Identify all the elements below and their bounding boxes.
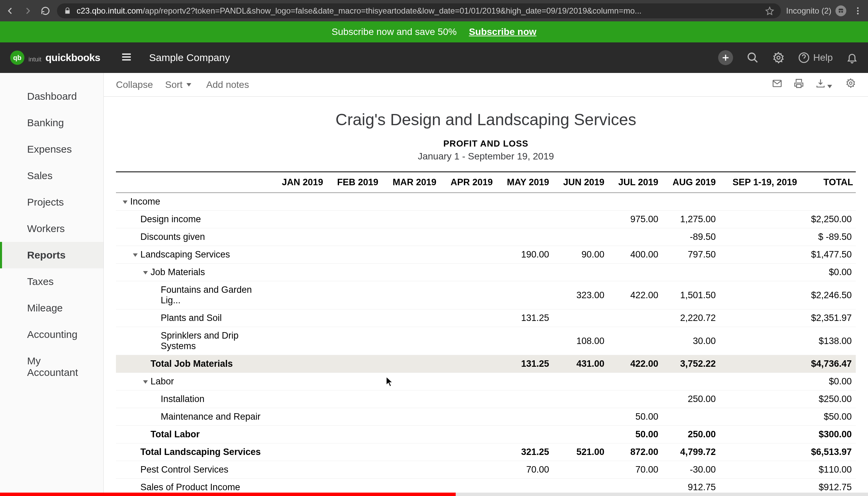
print-icon[interactable] xyxy=(793,78,804,91)
cell-value[interactable]: $2,246.50 xyxy=(801,281,856,309)
sidebar-item-banking[interactable]: Banking xyxy=(0,110,103,136)
cell-value[interactable]: 872.00 xyxy=(608,444,662,461)
table-row[interactable]: Sprinklers and Drip Systems108.0030.00$1… xyxy=(116,327,856,355)
cell-value[interactable]: $ -89.50 xyxy=(801,228,856,246)
menu-toggle-button[interactable] xyxy=(121,51,132,64)
table-row[interactable]: Design income975.001,275.00$2,250.00 xyxy=(116,211,856,228)
collapse-button[interactable]: Collapse xyxy=(116,79,153,90)
cell-value[interactable]: 4,799.72 xyxy=(662,444,720,461)
reload-button[interactable] xyxy=(39,5,51,17)
cell-value[interactable]: 250.00 xyxy=(662,390,720,408)
table-row[interactable]: Income xyxy=(116,193,856,211)
cell-value[interactable]: 70.00 xyxy=(608,461,662,479)
row-label[interactable]: Total Labor xyxy=(116,426,272,444)
expand-caret-icon[interactable] xyxy=(143,380,148,384)
cell-value[interactable]: $250.00 xyxy=(801,390,856,408)
cell-value[interactable]: 190.00 xyxy=(497,246,553,264)
browser-menu-button[interactable] xyxy=(852,5,864,17)
table-row[interactable]: Plants and Soil131.252,220.72$2,351.97 xyxy=(116,309,856,327)
cell-value[interactable]: $0.00 xyxy=(801,373,856,390)
cell-value[interactable]: 1,275.00 xyxy=(662,211,720,228)
row-label[interactable]: Sprinklers and Drip Systems xyxy=(116,327,272,355)
cell-value[interactable]: 131.25 xyxy=(497,355,553,373)
column-header[interactable]: JUN 2019 xyxy=(553,172,609,193)
row-label[interactable]: Job Materials xyxy=(116,264,272,281)
row-label[interactable]: Fountains and Garden Lig... xyxy=(116,281,272,309)
sidebar-item-dashboard[interactable]: Dashboard xyxy=(0,83,103,110)
column-header[interactable]: FEB 2019 xyxy=(327,172,383,193)
sidebar-item-mileage[interactable]: Mileage xyxy=(0,295,103,321)
column-header[interactable]: MAR 2019 xyxy=(383,172,440,193)
cell-value[interactable]: -30.00 xyxy=(662,461,720,479)
table-row[interactable]: Maintenance and Repair50.00$50.00 xyxy=(116,408,856,426)
bookmark-star-icon[interactable] xyxy=(765,6,774,15)
sidebar-item-expenses[interactable]: Expenses xyxy=(0,136,103,162)
cell-value[interactable]: $300.00 xyxy=(801,426,856,444)
subscribe-link[interactable]: Subscribe now xyxy=(469,27,536,37)
incognito-indicator[interactable]: Incognito (2) xyxy=(786,5,846,16)
cell-value[interactable]: 3,752.22 xyxy=(662,355,720,373)
back-button[interactable] xyxy=(4,5,16,17)
table-row[interactable]: Fountains and Garden Lig...323.00422.001… xyxy=(116,281,856,309)
sidebar-item-my-accountant[interactable]: My Accountant xyxy=(0,348,103,386)
column-header[interactable]: APR 2019 xyxy=(440,172,497,193)
table-row[interactable]: Total Labor50.00250.00$300.00 xyxy=(116,426,856,444)
cell-value[interactable]: 30.00 xyxy=(662,327,720,355)
sort-button[interactable]: Sort xyxy=(165,79,194,90)
quick-create-button[interactable] xyxy=(718,50,733,65)
table-row[interactable]: Total Job Materials131.25431.00422.003,7… xyxy=(116,355,856,373)
column-header[interactable]: MAY 2019 xyxy=(497,172,553,193)
address-bar[interactable]: c23.qbo.intuit.com/app/reportv2?token=PA… xyxy=(57,3,781,18)
cell-value[interactable]: -89.50 xyxy=(662,228,720,246)
notifications-button[interactable] xyxy=(846,52,858,63)
cell-value[interactable]: 521.00 xyxy=(553,444,609,461)
column-header[interactable]: JUL 2019 xyxy=(608,172,662,193)
video-progress-bar[interactable] xyxy=(0,493,868,496)
row-label[interactable]: Total Landscaping Services xyxy=(116,444,272,461)
cell-value[interactable]: 431.00 xyxy=(553,355,609,373)
email-icon[interactable] xyxy=(772,78,783,91)
cell-value[interactable]: 323.00 xyxy=(553,281,609,309)
row-label[interactable]: Total Job Materials xyxy=(116,355,272,373)
cell-value[interactable]: 250.00 xyxy=(662,426,720,444)
column-header[interactable]: AUG 2019 xyxy=(662,172,720,193)
sidebar-item-sales[interactable]: Sales xyxy=(0,162,103,189)
row-label[interactable]: Landscaping Services xyxy=(116,246,272,264)
sidebar-item-workers[interactable]: Workers xyxy=(0,215,103,242)
column-header[interactable]: JAN 2019 xyxy=(272,172,327,193)
table-row[interactable]: Job Materials$0.00 xyxy=(116,264,856,281)
quickbooks-logo[interactable]: qb intuit quickbooks xyxy=(10,50,100,65)
cell-value[interactable]: 2,220.72 xyxy=(662,309,720,327)
cell-value[interactable]: 108.00 xyxy=(553,327,609,355)
cell-value[interactable]: 50.00 xyxy=(608,426,662,444)
sidebar-item-reports[interactable]: Reports xyxy=(0,242,103,268)
expand-caret-icon[interactable] xyxy=(123,201,128,204)
company-name[interactable]: Sample Company xyxy=(149,52,230,63)
table-row[interactable]: Labor$0.00 xyxy=(116,373,856,390)
row-label[interactable]: Income xyxy=(116,193,272,211)
cell-value[interactable]: $2,250.00 xyxy=(801,211,856,228)
cell-value[interactable]: $6,513.97 xyxy=(801,444,856,461)
cell-value[interactable]: 70.00 xyxy=(497,461,553,479)
search-button[interactable] xyxy=(746,51,759,64)
cell-value[interactable]: 975.00 xyxy=(608,211,662,228)
cell-value[interactable]: 321.25 xyxy=(497,444,553,461)
cell-value[interactable]: 131.25 xyxy=(497,309,553,327)
export-icon[interactable] xyxy=(815,78,835,91)
forward-button[interactable] xyxy=(22,5,34,17)
row-label[interactable]: Maintenance and Repair xyxy=(116,408,272,426)
cell-value[interactable]: 50.00 xyxy=(608,408,662,426)
row-label[interactable]: Pest Control Services xyxy=(116,461,272,479)
row-label[interactable]: Discounts given xyxy=(116,228,272,246)
table-row[interactable]: Landscaping Services190.0090.00400.00797… xyxy=(116,246,856,264)
cell-value[interactable]: 422.00 xyxy=(608,281,662,309)
cell-value[interactable]: 1,501.50 xyxy=(662,281,720,309)
cell-value[interactable]: 797.50 xyxy=(662,246,720,264)
column-header[interactable]: SEP 1-19, 2019 xyxy=(720,172,801,193)
sidebar-item-accounting[interactable]: Accounting xyxy=(0,321,103,348)
cell-value[interactable]: $2,351.97 xyxy=(801,309,856,327)
row-label[interactable]: Plants and Soil xyxy=(116,309,272,327)
add-notes-button[interactable]: Add notes xyxy=(206,79,249,90)
cell-value[interactable]: $1,477.50 xyxy=(801,246,856,264)
sidebar-item-taxes[interactable]: Taxes xyxy=(0,268,103,295)
